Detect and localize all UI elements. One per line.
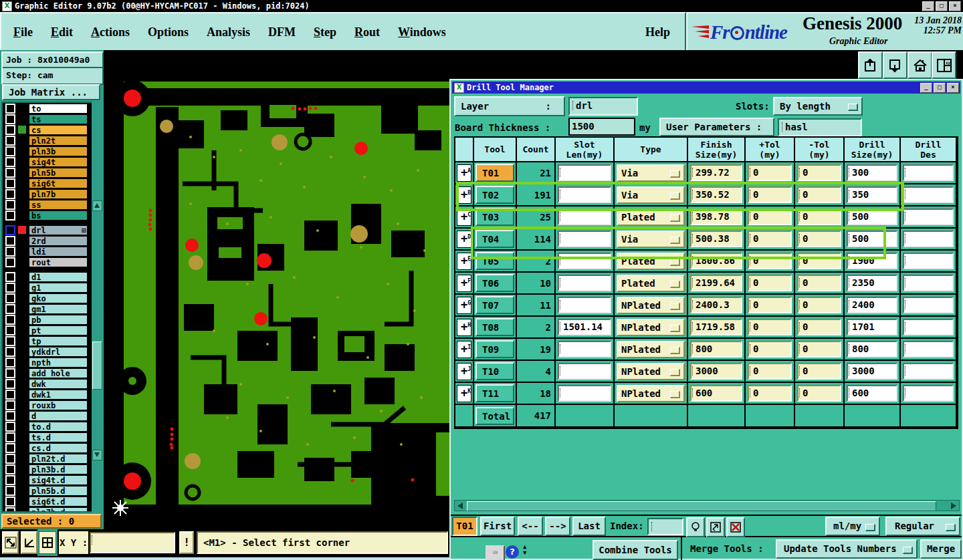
drill-size-input[interactable]: 600	[847, 385, 897, 402]
drill-size-input[interactable]: 2350	[847, 275, 897, 291]
help-icon[interactable]: ?	[506, 545, 519, 559]
layer-label-add_hole[interactable]: add_hole	[29, 368, 88, 378]
layer-checkbox-add_hole[interactable]	[5, 368, 15, 378]
tip-button[interactable]	[686, 517, 705, 537]
zoom-in-view-button[interactable]	[883, 51, 907, 79]
layer-checkbox-pln5b.d[interactable]	[5, 486, 15, 496]
drill-des-input[interactable]	[903, 231, 954, 247]
drill-des-input[interactable]	[903, 341, 954, 358]
type-dropdown[interactable]: Via	[617, 186, 685, 204]
drill-des-input[interactable]	[903, 385, 954, 402]
drill-size-input[interactable]: 500	[847, 231, 897, 247]
layer-row-add_hole[interactable]: add_hole	[3, 368, 101, 378]
layer-label-to[interactable]: to	[29, 104, 88, 114]
type-dropdown[interactable]: Plated	[617, 253, 685, 270]
merge-button[interactable]: Merge	[920, 539, 962, 559]
layer-checkbox-ts[interactable]	[5, 114, 15, 124]
drill-des-input[interactable]	[903, 319, 954, 335]
layer-checkbox-d[interactable]	[5, 411, 15, 421]
minus-tol-input[interactable]: 0	[797, 385, 841, 402]
layer-checkbox-pt[interactable]	[5, 325, 15, 335]
layer-checkbox-gm1[interactable]	[5, 304, 15, 314]
layer-row-gko[interactable]: gko	[3, 293, 101, 303]
layer-checkbox-sig6t.d[interactable]	[5, 497, 15, 507]
plus-tol-input[interactable]: 0	[748, 164, 792, 181]
drill-symbol-icon[interactable]: +A	[457, 164, 471, 182]
type-dropdown[interactable]: Via	[617, 231, 685, 248]
layer-label-pln2t.d[interactable]: pln2t.d	[29, 454, 88, 464]
type-dropdown[interactable]: NPlated	[617, 297, 685, 314]
layer-label-2rd[interactable]: 2rd	[29, 236, 88, 246]
layer-checkbox-pln7b.d[interactable]	[5, 507, 15, 513]
xy-window-button[interactable]: xy	[932, 51, 956, 79]
drill-symbol-icon[interactable]: +E	[457, 253, 471, 270]
layer-label-g1[interactable]: g1	[29, 283, 88, 293]
layer-row-dwk1[interactable]: dwk1	[3, 390, 101, 400]
plus-tol-input[interactable]: 0	[748, 363, 792, 380]
slot-len-input[interactable]	[558, 363, 611, 380]
type-dropdown[interactable]: Plated	[617, 275, 685, 292]
layer-checkbox-bs[interactable]	[5, 211, 15, 221]
menu-windows[interactable]: Windows	[398, 25, 446, 39]
scroll-down-icon[interactable]	[92, 450, 102, 460]
user-parameters-button[interactable]: User Parameters :	[659, 118, 774, 136]
board-thickness-input[interactable]: 1500	[568, 118, 635, 136]
layer-row-rouxb[interactable]: rouxb	[3, 400, 101, 410]
layer-label-rouxb[interactable]: rouxb	[29, 400, 88, 410]
minus-tol-input[interactable]: 0	[797, 341, 841, 358]
layer-checkbox-ydkdrl[interactable]	[5, 347, 15, 357]
layer-row-bs[interactable]: bs	[3, 211, 101, 221]
layer-input[interactable]: drl	[568, 97, 638, 116]
drill-symbol-icon[interactable]: +H	[457, 319, 471, 336]
menu-actions[interactable]: Actions	[91, 25, 130, 39]
plus-tol-input[interactable]: 0	[748, 297, 792, 313]
home-view-button[interactable]	[907, 51, 932, 79]
last-button[interactable]: Last	[572, 517, 606, 536]
layer-checkbox-pln3b.d[interactable]	[5, 464, 15, 474]
finish-size-input[interactable]: 800	[690, 341, 742, 358]
minus-tol-input[interactable]: 0	[797, 275, 841, 291]
finish-size-input[interactable]: 2199.64	[690, 275, 742, 291]
layer-checkbox-pln2t[interactable]	[5, 136, 15, 146]
slot-len-input[interactable]	[558, 275, 611, 291]
slot-len-input[interactable]	[558, 385, 611, 402]
layer-checkbox-rouxb[interactable]	[5, 400, 15, 410]
layer-label-d[interactable]: d	[29, 411, 88, 421]
layer-label-pb[interactable]: pb	[29, 315, 88, 325]
layer-row-pln3b.d[interactable]: pln3b.d	[3, 464, 101, 474]
layer-row-ydkdrl[interactable]: ydkdrl	[3, 347, 101, 357]
dialog-close-icon[interactable]: ×	[947, 83, 959, 93]
menu-file[interactable]: File	[13, 25, 33, 39]
drill-des-input[interactable]	[903, 275, 954, 291]
layer-label-cs.d[interactable]: cs.d	[29, 443, 88, 453]
layer-row-npth[interactable]: npth	[3, 358, 101, 368]
menu-dfm[interactable]: DFM	[268, 25, 296, 39]
maximize-icon[interactable]: □	[936, 1, 948, 11]
layer-label-pln3b[interactable]: pln3b	[29, 146, 88, 156]
job-matrix-button[interactable]: Job Matrix ...	[2, 84, 100, 100]
xy-input[interactable]	[90, 532, 175, 553]
drill-symbol-icon[interactable]: +G	[457, 297, 471, 314]
type-dropdown[interactable]: Plated	[617, 208, 685, 226]
layer-row-pt[interactable]: pt	[3, 325, 101, 335]
slots-dropdown[interactable]: By length	[773, 97, 863, 116]
layer-checkbox-pln5b[interactable]	[5, 168, 15, 178]
layer-label-sig6t[interactable]: sig6t	[29, 178, 88, 188]
scroll-thumb[interactable]	[92, 341, 102, 390]
menu-step[interactable]: Step	[314, 25, 336, 39]
layer-row-pln5b.d[interactable]: pln5b.d	[3, 486, 101, 496]
layer-label-bs[interactable]: bs	[29, 211, 88, 221]
layer-row-to[interactable]: to	[3, 104, 101, 114]
minus-tol-input[interactable]: 0	[797, 164, 841, 181]
layer-label-ts.d[interactable]: ts.d	[29, 432, 88, 442]
layer-label-cs[interactable]: cs	[29, 125, 88, 135]
drill-symbol-icon[interactable]: +D	[457, 231, 471, 248]
layer-checkbox-to.d[interactable]	[5, 422, 15, 432]
layer-checkbox-gko[interactable]	[5, 293, 15, 303]
layer-label-sig6t.d[interactable]: sig6t.d	[29, 497, 88, 507]
delete-button[interactable]	[726, 517, 745, 537]
drill-symbol-icon[interactable]: +J	[457, 363, 471, 380]
menu-rout[interactable]: Rout	[354, 25, 380, 39]
user-parameters-input[interactable]: hasl	[778, 118, 862, 136]
mode-dropdown[interactable]: Regular	[885, 517, 960, 536]
